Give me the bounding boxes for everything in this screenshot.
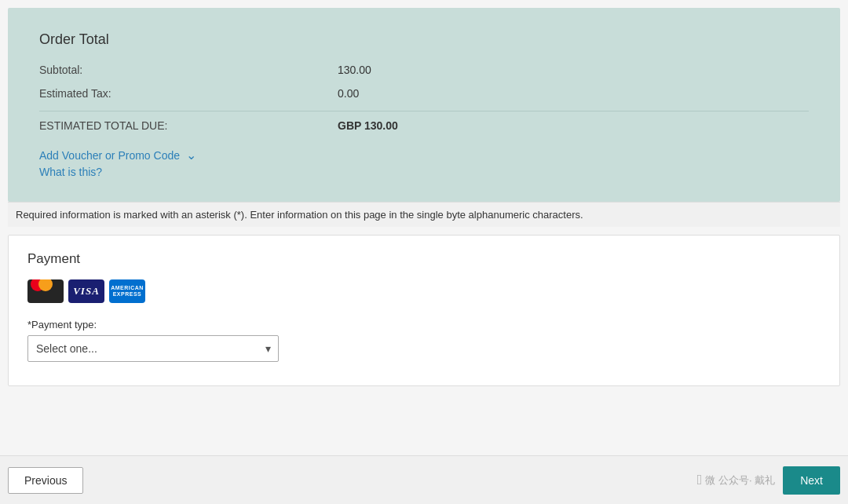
watermark-text: 微 公众号· 戴礼 xyxy=(705,473,775,488)
subtotal-row: Subtotal: 130.00 xyxy=(39,64,809,76)
estimated-total-value: GBP 130.00 xyxy=(338,119,398,132)
payment-title: Payment xyxy=(27,251,821,267)
next-button[interactable]: Next xyxy=(783,466,840,495)
amex-icon: AMERICANEXPRESS xyxy=(109,279,145,303)
amex-text: AMERICANEXPRESS xyxy=(111,285,144,298)
divider xyxy=(39,111,809,111)
what-is-this-row: What is this? xyxy=(39,166,809,178)
estimated-total-row: ESTIMATED TOTAL DUE: GBP 130.00 xyxy=(39,119,809,132)
subtotal-value: 130.00 xyxy=(338,64,371,76)
subtotal-label: Subtotal: xyxy=(39,64,212,76)
voucher-row: Add Voucher or Promo Code ⌄ xyxy=(39,148,809,163)
payment-section: Payment VISA AMERICANEXPRESS *Payment ty… xyxy=(8,235,840,386)
tax-row: Estimated Tax: 0.00 xyxy=(39,87,809,100)
payment-type-select[interactable]: Select one... Credit Card Debit Card Ban… xyxy=(27,335,279,362)
what-is-this-link[interactable]: What is this? xyxy=(39,166,102,178)
previous-button[interactable]: Previous xyxy=(8,467,83,494)
wechat-icon:  xyxy=(697,472,703,488)
tax-value: 0.00 xyxy=(338,87,359,100)
order-total-section: Order Total Subtotal: 130.00 Estimated T… xyxy=(8,8,840,202)
tax-label: Estimated Tax: xyxy=(39,87,212,100)
voucher-link[interactable]: Add Voucher or Promo Code xyxy=(39,149,180,162)
required-notice: Required information is marked with an a… xyxy=(8,202,840,227)
mc-right-circle xyxy=(38,279,53,291)
watermark:  微 公众号· 戴礼 xyxy=(697,472,775,488)
card-icons: VISA AMERICANEXPRESS xyxy=(27,279,821,303)
order-total-title: Order Total xyxy=(39,31,809,48)
visa-icon: VISA xyxy=(68,279,104,303)
page-container: Order Total Subtotal: 130.00 Estimated T… xyxy=(0,0,848,504)
chevron-down-icon[interactable]: ⌄ xyxy=(186,148,196,163)
payment-type-label: *Payment type: xyxy=(27,319,821,331)
bottom-nav: Previous  微 公众号· 戴礼 Next xyxy=(0,455,848,504)
payment-type-wrapper: Select one... Credit Card Debit Card Ban… xyxy=(27,335,279,362)
mastercard-icon xyxy=(27,279,64,303)
right-section:  微 公众号· 戴礼 Next xyxy=(697,466,840,495)
estimated-total-label: ESTIMATED TOTAL DUE: xyxy=(39,119,212,132)
